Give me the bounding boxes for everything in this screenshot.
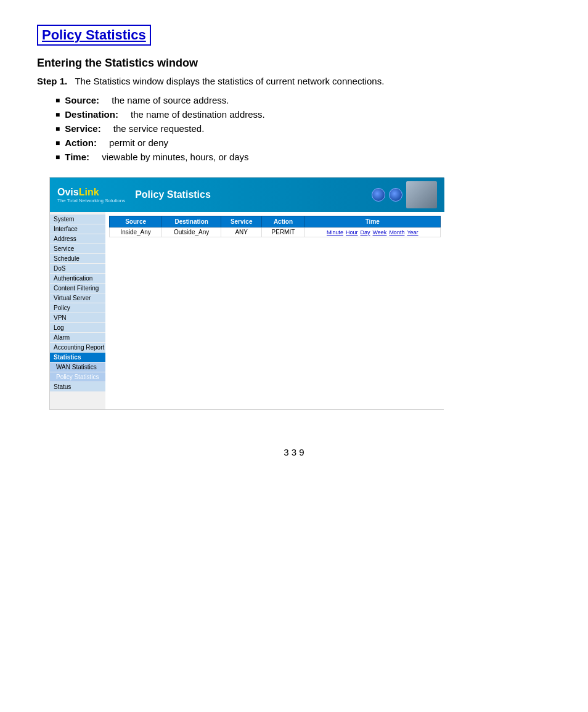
sidebar-item-system[interactable]: System	[50, 215, 105, 224]
time-link-week[interactable]: Week	[373, 229, 387, 235]
sidebar-item-accounting-report[interactable]: Accounting Report	[50, 343, 105, 352]
col-action: Action	[262, 216, 304, 227]
sidebar-item-wan-statistics[interactable]: WAN Statistics	[50, 362, 105, 372]
router-ui: OvisLink The Total Networking Solutions …	[50, 178, 444, 409]
bullet-desc: viewable by minutes, hours, or days	[102, 152, 248, 162]
globe-icon-2	[389, 188, 402, 202]
bullet-term: Time:	[65, 152, 89, 162]
time-link-day[interactable]: Day	[361, 229, 370, 235]
stats-table: Source Destination Service Action Time I…	[109, 216, 441, 237]
sidebar-item-status[interactable]: Status	[50, 382, 105, 391]
logo-brand: OvisLink	[57, 187, 125, 198]
bullet-desc: permit or deny	[109, 137, 168, 148]
cell-action: PERMIT	[262, 227, 304, 237]
sidebar-item-service[interactable]: Service	[50, 244, 105, 253]
sidebar-item-alarm[interactable]: Alarm	[50, 333, 105, 342]
router-header: OvisLink The Total Networking Solutions …	[50, 178, 444, 212]
sidebar-item-log[interactable]: Log	[50, 323, 105, 332]
step1-label: Step 1.	[37, 76, 67, 86]
col-destination: Destination	[162, 216, 221, 227]
sidebar-item-interface[interactable]: Interface	[50, 224, 105, 234]
router-main: Source Destination Service Action Time I…	[105, 212, 444, 409]
bullet-term: Action:	[65, 137, 97, 148]
globe-icon-1	[372, 188, 385, 202]
bullet-list: Source: the name of source address. Dest…	[55, 95, 551, 162]
cell-destination: Outside_Any	[162, 227, 221, 237]
page-number: 3 3 9	[37, 447, 551, 457]
sidebar-item-authentication[interactable]: Authentication	[50, 274, 105, 283]
sidebar-item-policy-statistics[interactable]: Policy Statistics	[50, 372, 105, 382]
col-service: Service	[221, 216, 262, 227]
list-item: Source: the name of source address.	[55, 95, 551, 105]
table-row: Inside_Any Outside_Any ANY PERMIT Minute…	[110, 227, 441, 237]
bullet-desc: the service requested.	[113, 123, 205, 134]
header-icons	[372, 181, 437, 208]
list-item: Action: permit or deny	[55, 137, 551, 148]
screenshot-container: OvisLink The Total Networking Solutions …	[49, 177, 444, 410]
bullet-term: Source:	[65, 95, 99, 105]
list-item: Destination: the name of destination add…	[55, 109, 551, 120]
bullet-desc: the name of destination address.	[131, 109, 265, 120]
section-heading: Entering the Statistics window	[37, 57, 551, 70]
time-link-year[interactable]: Year	[407, 229, 418, 235]
bullet-term: Service:	[65, 123, 100, 134]
cell-source: Inside_Any	[110, 227, 162, 237]
col-time: Time	[304, 216, 440, 227]
ovislink-logo: OvisLink The Total Networking Solutions	[57, 187, 125, 203]
router-sidebar: System Interface Address Service Schedul…	[50, 212, 105, 409]
step1-text: The Statistics window displays the stati…	[75, 76, 384, 86]
cell-service: ANY	[221, 227, 262, 237]
list-item: Time: viewable by minutes, hours, or day…	[55, 152, 551, 162]
header-photo	[406, 181, 437, 208]
time-link-month[interactable]: Month	[389, 229, 404, 235]
page-title: Policy Statistics	[37, 25, 151, 46]
logo-tagline: The Total Networking Solutions	[57, 198, 125, 203]
sidebar-item-statistics[interactable]: Statistics	[50, 353, 105, 362]
sidebar-item-virtual-server[interactable]: Virtual Server	[50, 293, 105, 303]
router-header-title: Policy Statistics	[135, 189, 372, 200]
bullet-desc: the name of source address.	[112, 95, 229, 105]
sidebar-item-policy[interactable]: Policy	[50, 303, 105, 313]
sidebar-item-content-filtering[interactable]: Content Filtering	[50, 284, 105, 293]
sidebar-item-vpn[interactable]: VPN	[50, 313, 105, 322]
list-item: Service: the service requested.	[55, 123, 551, 134]
cell-time: Minute Hour Day Week Month Year	[304, 227, 440, 237]
bullet-term: Destination:	[65, 109, 118, 120]
col-source: Source	[110, 216, 162, 227]
sidebar-item-address[interactable]: Address	[50, 234, 105, 243]
sidebar-item-dos[interactable]: DoS	[50, 264, 105, 273]
time-links: Minute Hour Day Week Month Year	[309, 229, 436, 235]
router-body: System Interface Address Service Schedul…	[50, 212, 444, 409]
sidebar-item-schedule[interactable]: Schedule	[50, 254, 105, 263]
time-link-minute[interactable]: Minute	[327, 229, 343, 235]
time-link-hour[interactable]: Hour	[346, 229, 358, 235]
step1-line: Step 1. The Statistics window displays t…	[37, 76, 551, 86]
